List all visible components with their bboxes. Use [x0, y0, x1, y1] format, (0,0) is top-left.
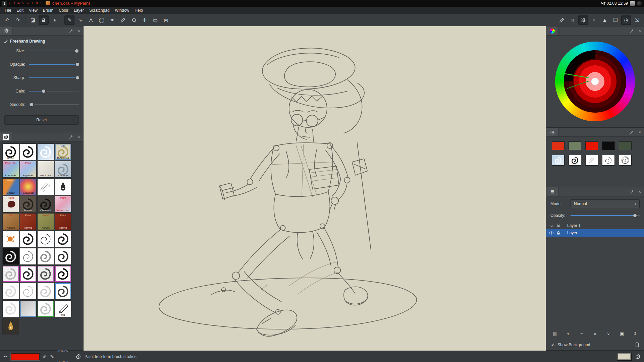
brush-cell[interactable] — [619, 155, 632, 166]
close-panel-button[interactable]: × — [75, 27, 83, 35]
menu-color[interactable]: Color — [56, 7, 71, 14]
brush-cell[interactable] — [2, 248, 19, 265]
brush-acrylic[interactable]: OilAcrylic — [2, 213, 19, 230]
brush-watercolor[interactable]: PaintWatercolor — [55, 196, 71, 213]
brush-adjust-icon[interactable]: ✐ — [43, 354, 47, 359]
slider-handle[interactable] — [30, 103, 34, 107]
current-color-swatch[interactable] — [11, 353, 40, 360]
brush-cell[interactable] — [37, 300, 54, 317]
brush-cell[interactable] — [2, 231, 19, 247]
workspace-7[interactable]: 7 — [30, 1, 35, 6]
brush-cell[interactable] — [55, 248, 71, 265]
reset-button[interactable]: Reset — [4, 115, 79, 125]
color-chip[interactable]: ▲ — [600, 15, 610, 25]
brush-cell[interactable] — [2, 265, 19, 282]
brush-smudge[interactable]: smudge — [55, 161, 71, 178]
pick-color-tool[interactable] — [118, 15, 128, 25]
menu-window[interactable]: Window — [112, 7, 132, 14]
menu-view[interactable]: View — [26, 7, 40, 14]
menu-help[interactable]: Help — [132, 7, 146, 14]
brush-cell[interactable] — [37, 178, 54, 195]
snap-panel-button[interactable] — [628, 128, 636, 136]
color-swatch[interactable] — [619, 141, 632, 150]
canvas[interactable] — [83, 26, 546, 351]
ellipse-tool[interactable]: ◯ — [97, 15, 107, 25]
new-layer-button[interactable]: ▤ — [550, 329, 560, 338]
eraser-toggle[interactable]: ◪ — [28, 15, 38, 25]
close-panel-button[interactable]: × — [636, 128, 644, 136]
brush-cell[interactable] — [37, 265, 54, 282]
layer-row[interactable]: Layer 1 — [546, 222, 644, 229]
merge-layer-button[interactable]: ↧ — [630, 329, 640, 338]
brush-acrylic[interactable]: PaintAcrylic — [55, 213, 71, 230]
brush-glowairb[interactable]: GlowAirb — [20, 178, 37, 195]
connected-lines-tool[interactable]: Λ — [86, 15, 96, 25]
move-layer-tool[interactable]: ✛ — [140, 15, 150, 25]
duplicate-layer-button[interactable]: ▣ — [617, 329, 627, 338]
lines-curves-tool[interactable]: ∿ — [75, 15, 85, 25]
slider-gain[interactable] — [29, 89, 79, 94]
redo-button[interactable]: ↷ — [13, 15, 23, 25]
slider-sharp[interactable] — [29, 75, 79, 80]
raise-layer-button[interactable]: ∧ — [590, 329, 600, 338]
brush-acrylic[interactable]: PaintAcrylic — [20, 213, 37, 230]
flood-fill-tool[interactable] — [129, 15, 139, 25]
brush-history-icon[interactable] — [635, 354, 641, 359]
workspace-4[interactable]: 4 — [16, 1, 21, 6]
color-swatch[interactable] — [569, 141, 581, 150]
tab-color-history[interactable]: ◷ — [546, 128, 558, 136]
close-panel-button[interactable]: × — [636, 188, 644, 196]
brush-cell[interactable] — [20, 300, 37, 317]
expand-view[interactable]: ⇲ — [632, 15, 642, 25]
preferences[interactable] — [578, 15, 588, 25]
brush-cell[interactable] — [37, 143, 54, 160]
tab-layers[interactable]: ≣ — [546, 187, 558, 196]
lower-layer-button[interactable]: ∨ — [603, 329, 613, 338]
brush-cell[interactable]: Paint — [2, 196, 19, 213]
workspace-9[interactable]: 9 — [39, 1, 44, 6]
colorize-toggle[interactable]: ◑ — [49, 15, 59, 25]
brush-round-bl[interactable]: Paint+BLRound BL — [2, 161, 19, 178]
brush-cell[interactable] — [55, 231, 71, 247]
history-panel-toggle[interactable]: ◷ — [621, 15, 631, 25]
slider-handle[interactable] — [75, 76, 79, 80]
brush-r-s-blend[interactable]: WetR-S blend — [55, 143, 71, 160]
workspace-2[interactable]: 2 — [7, 1, 12, 6]
brush-charcoal[interactable]: Charcoal — [37, 196, 54, 213]
symmetry-tool[interactable]: ⋈ — [161, 15, 171, 25]
color-swatch[interactable] — [585, 141, 598, 150]
frame-edit-tool[interactable]: ▭ — [150, 15, 160, 25]
workspace-3[interactable]: 3 — [12, 1, 16, 6]
slider-handle[interactable] — [75, 62, 79, 66]
menu-scratchpad[interactable]: Scratchpad — [87, 7, 112, 14]
tab-brushes[interactable] — [0, 132, 12, 141]
brush-cell[interactable] — [20, 143, 37, 160]
snap-panel-button[interactable] — [67, 133, 75, 141]
layer-row[interactable]: Layer — [546, 229, 644, 237]
brush-cell[interactable] — [2, 318, 19, 335]
menu-edit[interactable]: Edit — [14, 7, 26, 14]
brush-cell[interactable] — [602, 155, 615, 166]
snap-panel-button[interactable] — [628, 188, 636, 196]
layer-mode-select[interactable]: Normal ▾ — [571, 199, 640, 208]
menu-file[interactable]: File — [2, 7, 14, 14]
brush-cell[interactable] — [55, 265, 71, 282]
brush-cell[interactable] — [55, 283, 71, 300]
tray-icon-2[interactable] — [637, 1, 642, 6]
inking-tool[interactable]: ✒ — [107, 15, 117, 25]
brush-brush[interactable]: brush — [569, 155, 581, 166]
brush-0-8[interactable]: 0.8 — [55, 300, 71, 317]
canvas-preview-thumbnail[interactable] — [617, 353, 632, 361]
brush-settings[interactable]: ≋ — [568, 15, 578, 25]
workspace-6[interactable]: 6 — [25, 1, 30, 6]
menu-layer[interactable]: Layer — [71, 7, 87, 14]
tab-color-wheel[interactable] — [546, 26, 558, 35]
tab-tool-options[interactable] — [0, 26, 12, 35]
slider-handle[interactable] — [75, 49, 79, 53]
show-background-checkbox[interactable]: ✔ — [550, 343, 555, 347]
add-layer-button[interactable]: + — [563, 329, 573, 338]
brush-big-airbr-[interactable]: PaintBig AirBr. — [20, 161, 37, 178]
pick-screen-color[interactable] — [557, 15, 567, 25]
marker-icon[interactable]: ✎ — [50, 354, 54, 359]
menu-brush[interactable]: Brush — [40, 7, 56, 14]
